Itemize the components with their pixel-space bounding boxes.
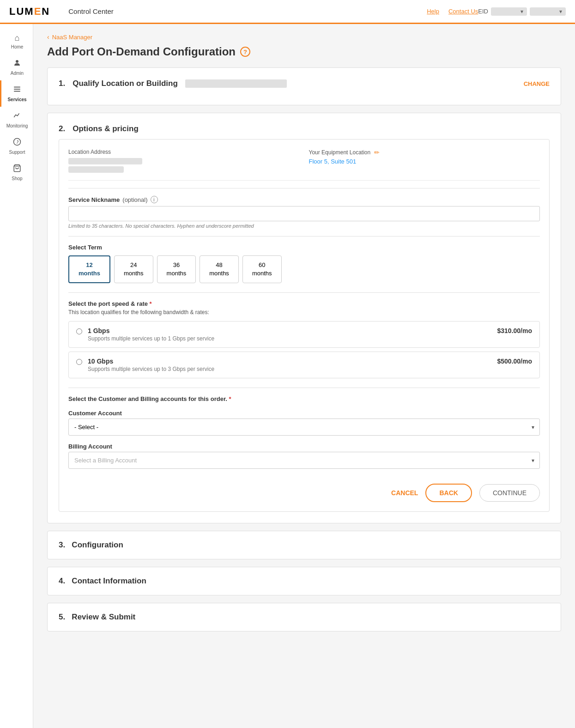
step5-card: 5. Review & Submit xyxy=(47,603,561,631)
location-address-col: Location Address xyxy=(68,149,300,173)
step4-title: 4. Contact Information xyxy=(59,576,550,586)
nav-links: Help Contact Us xyxy=(427,8,478,15)
step3-num: 3. xyxy=(59,540,65,549)
user-dropdown[interactable] xyxy=(530,7,566,16)
sidebar: ⌂ Home Admin Services Monitoring Suppo xyxy=(0,24,33,728)
speed-desc-10gbps: Supports multiple services up to 3 Gbps … xyxy=(88,366,492,372)
speed-label: Select the port speed & rate * xyxy=(68,300,540,307)
step4-card: 4. Contact Information xyxy=(47,567,561,595)
nickname-label: Service Nickname (optional) i xyxy=(68,196,540,203)
speed-desc-1gbps: Supports multiple services up to 1 Gbps … xyxy=(88,335,492,342)
sidebar-label-admin: Admin xyxy=(11,71,24,76)
nickname-hint: Limited to 35 characters. No special cha… xyxy=(68,223,540,229)
nickname-info-icon[interactable]: i xyxy=(151,196,158,203)
equipment-location-col: Your Equipment Location ✏ Floor 5, Suite… xyxy=(309,149,540,165)
eid-group: EID xyxy=(478,7,566,16)
page-help-icon[interactable]: ? xyxy=(240,47,250,57)
options-inner-card: Location Address Your Equipment Location… xyxy=(59,139,550,512)
edit-equipment-icon[interactable]: ✏ xyxy=(374,149,380,156)
customer-account-select[interactable]: - Select - xyxy=(68,419,540,436)
speed-hint: This location qualifies for the followin… xyxy=(68,309,540,315)
nickname-input[interactable] xyxy=(68,206,540,221)
billing-required-marker: * xyxy=(229,395,231,402)
term-btn-60[interactable]: 60months xyxy=(242,255,282,283)
step1-title-text: Qualify Location or Building xyxy=(73,79,178,88)
step3-title: 3. Configuration xyxy=(59,540,550,550)
customer-account-wrapper: - Select - ▾ xyxy=(68,419,540,436)
sidebar-label-home: Home xyxy=(11,44,24,49)
eid-dropdown[interactable] xyxy=(491,7,527,16)
svg-rect-1 xyxy=(14,87,20,88)
equipment-location-label: Your Equipment Location ✏ xyxy=(309,149,540,156)
step5-title-text: Review & Submit xyxy=(72,613,135,621)
sidebar-label-monitoring: Monitoring xyxy=(6,123,28,128)
billing-account-select[interactable]: Select a Billing Account xyxy=(68,452,540,469)
term-btn-24[interactable]: 24months xyxy=(114,255,153,283)
speed-required-marker: * xyxy=(150,300,152,307)
step1-num: 1. xyxy=(59,79,65,88)
main-content: ‹ NaaS Manager Add Port On-Demand Config… xyxy=(33,24,575,728)
breadcrumb: ‹ NaaS Manager xyxy=(47,33,561,41)
step3-card: 3. Configuration xyxy=(47,531,561,559)
step2-num: 2. xyxy=(59,124,65,133)
term-btn-48[interactable]: 48months xyxy=(200,255,239,283)
speed-radio-1gbps[interactable] xyxy=(76,328,82,334)
eid-label: EID xyxy=(478,8,488,15)
action-row: CANCEL BACK CONTINUE xyxy=(68,476,540,502)
step1-card: 1. Qualify Location or Building CHANGE xyxy=(47,67,561,105)
divider3 xyxy=(68,292,540,293)
help-link[interactable]: Help xyxy=(427,8,439,15)
sidebar-item-admin[interactable]: Admin xyxy=(0,54,33,80)
shop-icon xyxy=(13,164,21,175)
term-label: Select Term xyxy=(68,244,540,251)
divider1 xyxy=(68,188,540,188)
sidebar-item-home[interactable]: ⌂ Home xyxy=(0,29,33,54)
page-title-text: Add Port On-Demand Configuration xyxy=(47,45,236,58)
breadcrumb-parent-link[interactable]: NaaS Manager xyxy=(52,34,92,41)
cancel-button[interactable]: CANCEL xyxy=(391,489,418,497)
speed-price-10gbps: $500.00/mo xyxy=(497,358,533,365)
svg-point-4 xyxy=(14,139,21,146)
page-layout: ⌂ Home Admin Services Monitoring Suppo xyxy=(0,24,575,728)
billing-account-group: Billing Account Select a Billing Account… xyxy=(68,443,540,469)
svg-point-0 xyxy=(16,60,18,63)
lumen-logo: LUMEN xyxy=(9,6,50,18)
step5-num: 5. xyxy=(59,613,65,621)
term-btn-12[interactable]: 12months xyxy=(68,255,110,283)
continue-button[interactable]: CONTINUE xyxy=(479,484,540,502)
step4-num: 4. xyxy=(59,576,65,585)
sidebar-label-support: Support xyxy=(9,150,25,155)
speed-option-1gbps[interactable]: 1 Gbps Supports multiple services up to … xyxy=(68,321,540,348)
sidebar-item-shop[interactable]: Shop xyxy=(0,159,33,186)
speed-option-10gbps[interactable]: 10 Gbps Supports multiple services up to… xyxy=(68,352,540,378)
speed-name-10gbps: 10 Gbps xyxy=(88,358,492,365)
sidebar-item-support[interactable]: Support xyxy=(0,133,33,159)
divider4 xyxy=(68,388,540,388)
svg-point-5 xyxy=(17,143,18,144)
back-button[interactable]: BACK xyxy=(425,484,472,502)
page-title-row: Add Port On-Demand Configuration ? xyxy=(47,45,561,58)
divider2 xyxy=(68,236,540,237)
change-button[interactable]: CHANGE xyxy=(524,80,550,87)
location-address-label: Location Address xyxy=(68,149,300,155)
speed-name-1gbps: 1 Gbps xyxy=(88,327,492,334)
billing-account-label: Billing Account xyxy=(68,443,540,450)
speed-price-1gbps: $310.00/mo xyxy=(497,327,533,334)
speed-radio-10gbps[interactable] xyxy=(76,359,82,365)
sidebar-item-services[interactable]: Services xyxy=(0,80,33,107)
svg-rect-2 xyxy=(14,89,20,90)
term-section: Select Term 12months 24months 36months 4… xyxy=(68,244,540,283)
step1-title: 1. Qualify Location or Building CHANGE xyxy=(59,79,550,88)
term-btn-36[interactable]: 36months xyxy=(157,255,196,283)
location-row: Location Address Your Equipment Location… xyxy=(68,149,540,181)
step5-title: 5. Review & Submit xyxy=(59,613,550,622)
location-address-value1 xyxy=(68,158,142,164)
sidebar-label-services: Services xyxy=(7,97,26,102)
sidebar-item-monitoring[interactable]: Monitoring xyxy=(0,107,33,133)
speed-section: Select the port speed & rate * This loca… xyxy=(68,300,540,378)
billing-account-wrapper: Select a Billing Account ▾ xyxy=(68,452,540,469)
customer-account-group: Customer Account - Select - ▾ xyxy=(68,410,540,436)
contact-link[interactable]: Contact Us xyxy=(448,8,478,15)
app-title: Control Center xyxy=(68,7,114,15)
top-navigation: LUMEN Control Center Help Contact Us EID xyxy=(0,0,575,24)
